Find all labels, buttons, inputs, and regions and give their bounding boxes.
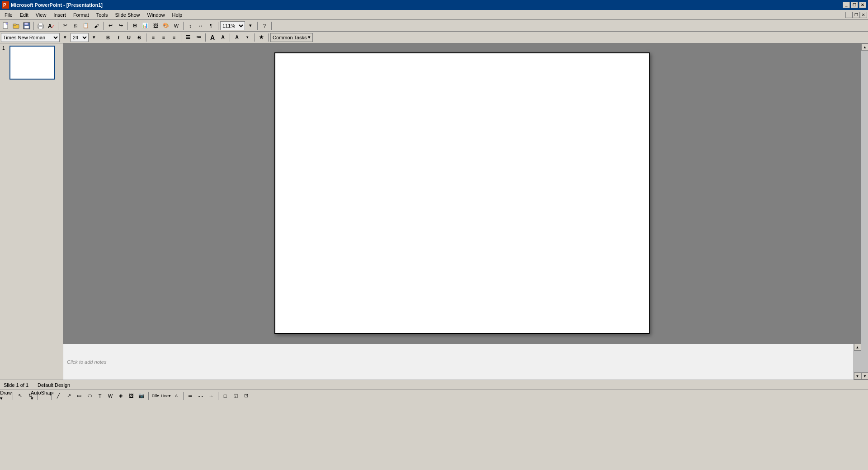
bullets-button[interactable]: ☰ — [183, 33, 193, 42]
font-select[interactable]: Times New Roman Arial Calibri — [1, 33, 60, 42]
insert-clipart-button[interactable]: 🎨 — [161, 21, 171, 31]
separator-6 — [218, 22, 218, 30]
autoshapes-button[interactable]: AutoShapes ▾ — [39, 391, 49, 401]
minimize-button[interactable]: _ — [843, 2, 850, 8]
insert-clipart-draw-button[interactable]: 🖼 — [126, 391, 136, 401]
notes-scrollbar[interactable]: ▲ ▼ — [854, 343, 861, 380]
spellcheck-button[interactable]: A✓ — [46, 21, 56, 31]
redo-button[interactable]: ↪ — [116, 21, 126, 31]
slide-1-thumbnail[interactable] — [9, 46, 55, 80]
align-right-button[interactable]: ≡ — [169, 33, 179, 42]
app-title: Microsoft PowerPoint - [Presentation1] — [11, 2, 103, 8]
notes-area[interactable]: Click to add notes — [63, 343, 854, 380]
open-button[interactable] — [11, 21, 21, 31]
align-left-button[interactable]: ≡ — [148, 33, 158, 42]
select-button[interactable]: ↖ — [15, 391, 25, 401]
format-painter-button[interactable]: 🖌 — [91, 21, 101, 31]
drawing-toolbar: Draw ▾ ↖ ↻ AutoShapes ▾ ╱ ↗ ▭ ⬭ T W ◈ 🖼 … — [0, 390, 868, 401]
formatting-toolbar: Times New Roman Arial Calibri ▾ 24 12 14… — [0, 32, 868, 43]
slide-canvas[interactable] — [274, 52, 650, 334]
italic-button[interactable]: I — [113, 33, 123, 42]
textbox-tool[interactable]: T — [95, 391, 105, 401]
insert-wordart-button[interactable]: W — [171, 21, 181, 31]
menu-insert[interactable]: Insert — [50, 10, 70, 19]
app-minimize-button[interactable]: _ — [845, 12, 853, 18]
insert-picture-button[interactable]: 🖼 — [151, 21, 160, 31]
font-color-draw-button[interactable]: A — [171, 391, 181, 401]
undo-button[interactable]: ↩ — [105, 21, 115, 31]
bold-button[interactable]: B — [103, 33, 113, 42]
scroll-up-button[interactable]: ▲ — [861, 43, 868, 51]
notes-scroll-up[interactable]: ▲ — [854, 343, 861, 351]
copy-button[interactable]: ⎘ — [71, 21, 80, 31]
zoom-dropdown-button[interactable]: ▾ — [245, 21, 255, 31]
draw-menu-button[interactable]: Draw ▾ — [1, 391, 11, 401]
paste-button[interactable]: 📋 — [81, 21, 91, 31]
collapse-button[interactable]: ↔ — [196, 21, 206, 31]
scroll-down-button[interactable]: ▼ — [861, 372, 868, 380]
rectangle-tool[interactable]: ▭ — [74, 391, 84, 401]
font-size-dropdown-button[interactable]: ▾ — [89, 33, 99, 42]
wordart-draw-button[interactable]: W — [105, 391, 115, 401]
print-button[interactable] — [36, 21, 46, 31]
expand-button[interactable]: ↕ — [185, 21, 195, 31]
menu-edit[interactable]: Edit — [16, 10, 32, 19]
menu-format[interactable]: Format — [70, 10, 93, 19]
fmt-sep-7 — [268, 33, 269, 42]
insert-diagram-button[interactable]: ◈ — [116, 391, 126, 401]
align-center-button[interactable]: ≡ — [159, 33, 169, 42]
fill-color-button[interactable]: Fill▾ — [151, 391, 160, 401]
cut-button[interactable]: ✂ — [60, 21, 70, 31]
underline-button[interactable]: U — [124, 33, 134, 42]
menu-tools[interactable]: Tools — [93, 10, 112, 19]
menu-view[interactable]: View — [32, 10, 50, 19]
insert-picture-draw-button[interactable]: 📷 — [137, 391, 146, 401]
line-tool[interactable]: ╱ — [53, 391, 63, 401]
shadow-button[interactable]: □ — [220, 391, 230, 401]
slide-1-number: 1 — [2, 46, 8, 51]
title-bar-buttons[interactable]: _ ❐ ✕ — [843, 2, 866, 8]
svg-rect-9 — [39, 23, 42, 25]
arrow-style-button[interactable]: → — [206, 391, 216, 401]
line-style-button[interactable]: ═ — [185, 391, 195, 401]
common-tasks-button[interactable]: Common Tasks ▾ — [270, 33, 313, 42]
font-dropdown-button[interactable]: ▾ — [60, 33, 70, 42]
slide-panel: 1 — [0, 43, 63, 380]
new-button[interactable] — [1, 21, 11, 31]
increase-font-button[interactable]: A — [208, 33, 217, 42]
fmt-sep-2 — [146, 33, 146, 42]
restore-button[interactable]: ❐ — [851, 2, 858, 8]
svg-rect-7 — [24, 26, 29, 28]
3d-button[interactable]: ◱ — [231, 391, 241, 401]
menu-file[interactable]: File — [1, 10, 16, 19]
numbering-button[interactable]: ≔ — [193, 33, 203, 42]
oval-tool[interactable]: ⬭ — [85, 391, 94, 401]
help-button[interactable]: ? — [259, 21, 269, 31]
menu-window[interactable]: Window — [143, 10, 168, 19]
decrease-font-button[interactable]: A — [218, 33, 228, 42]
strikethrough-button[interactable]: S — [134, 33, 144, 42]
insert-chart-button[interactable]: 📊 — [140, 21, 150, 31]
common-tasks-label: Common Tasks — [273, 35, 307, 40]
app-close-button[interactable]: ✕ — [860, 12, 867, 18]
line-color-button[interactable]: Line▾ — [161, 391, 171, 401]
font-color-dropdown[interactable]: ▾ — [242, 33, 252, 42]
zoom-select[interactable]: 111% 50% 75% 100% 150% 200% — [220, 21, 245, 30]
show-formatting-button[interactable]: ¶ — [206, 21, 216, 31]
insert-table-button[interactable]: ⊞ — [130, 21, 140, 31]
right-scrollbar[interactable]: ▲ ▼ — [861, 43, 868, 380]
more-draw-button[interactable]: ⊡ — [241, 391, 251, 401]
menu-help[interactable]: Help — [169, 10, 186, 19]
notes-scroll-track — [854, 351, 861, 372]
arrow-tool[interactable]: ↗ — [64, 391, 74, 401]
animation-button[interactable]: ★ — [256, 33, 266, 42]
app-restore-button[interactable]: ❐ — [853, 12, 860, 18]
canvas-area[interactable] — [63, 43, 861, 343]
font-size-select[interactable]: 24 12 14 18 20 28 36 — [71, 33, 89, 42]
save-button[interactable] — [22, 21, 32, 31]
font-color-button[interactable]: A — [232, 33, 242, 42]
close-button[interactable]: ✕ — [859, 2, 866, 8]
menu-slideshow[interactable]: Slide Show — [111, 10, 143, 19]
dash-style-button[interactable]: - - — [196, 391, 206, 401]
notes-scroll-down[interactable]: ▼ — [854, 372, 861, 380]
